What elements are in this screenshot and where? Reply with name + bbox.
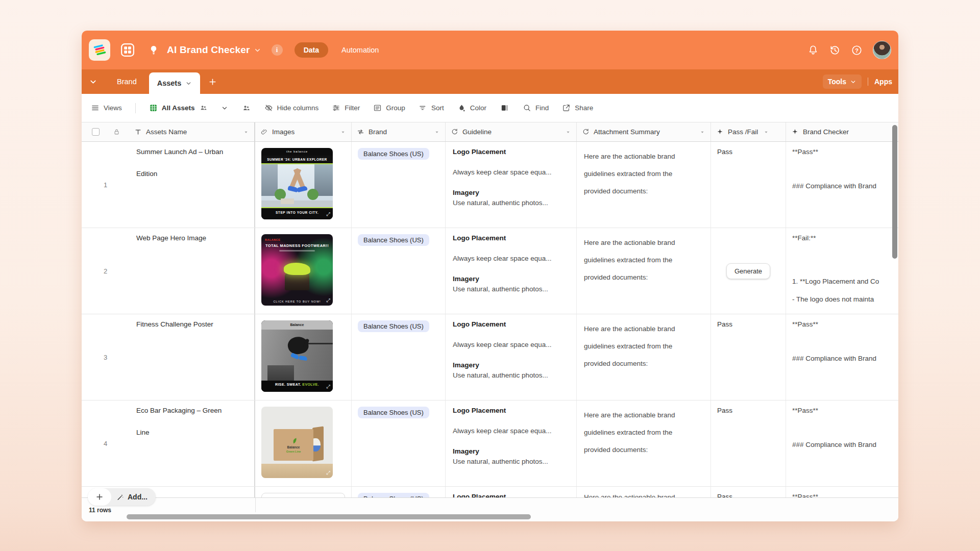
find-button[interactable]: Find <box>523 104 549 112</box>
cell-guideline[interactable]: Logo Placement Always keep clear space e… <box>446 400 577 486</box>
views-button[interactable]: Views <box>91 104 122 112</box>
column-header-guideline[interactable]: Guideline <box>446 122 577 141</box>
attachment-thumbnail[interactable]: BALANCE TOTAL MADNESS FOOTWEAR!! CLICK H… <box>261 234 333 306</box>
column-header-assets-name[interactable]: Assets Name <box>129 122 255 141</box>
tab-table-brand[interactable]: Brand <box>112 73 142 90</box>
share-view-collaborators-button[interactable] <box>241 104 251 112</box>
column-caret-icon[interactable] <box>565 129 571 135</box>
column-header-images[interactable]: Images <box>255 122 352 141</box>
base-title-chevron-icon[interactable] <box>254 46 261 54</box>
cell-attachment-summary[interactable]: Here are the actionable brand guidelines… <box>577 228 711 314</box>
column-header-attachment-summary[interactable]: Attachment Summary <box>577 122 711 141</box>
horizontal-scrollbar[interactable] <box>127 514 531 519</box>
select-all-checkbox[interactable] <box>92 128 100 136</box>
cell-assets-name[interactable]: Fitness Challenge Poster <box>129 314 255 400</box>
view-name-label: All Assets <box>162 104 195 112</box>
cell-images[interactable]: the balance SUMMER '24: URBAN EXPLORER S… <box>255 142 352 228</box>
airtable-logo-button[interactable] <box>89 39 110 61</box>
user-avatar[interactable] <box>873 41 891 59</box>
select-all-header[interactable] <box>82 122 129 141</box>
tab-table-assets[interactable]: Assets <box>149 72 201 94</box>
row-height-button[interactable] <box>500 104 509 112</box>
expand-attachment-icon[interactable]: ⤢ <box>326 297 330 304</box>
column-caret-icon[interactable] <box>763 129 769 135</box>
cell-guideline[interactable]: Logo Placement Always keep clear space e… <box>446 314 577 400</box>
cell-brand[interactable]: Balance Shoes (US) <box>352 487 446 498</box>
filter-button[interactable]: Filter <box>332 104 360 112</box>
cell-guideline[interactable]: Logo Placement Always keep clear space e… <box>446 228 577 314</box>
column-caret-icon[interactable] <box>243 129 249 135</box>
cell-images[interactable]: Balance Green Line ⤢ <box>255 400 352 486</box>
cell-pass-fail[interactable]: Pass <box>711 314 786 400</box>
cell-images[interactable]: Balance RISE. SWEAT. EVOLVE. ⤢ <box>255 314 352 400</box>
base-title[interactable]: AI Brand Checker <box>167 44 250 56</box>
column-header-pass-fail[interactable]: Pass /Fail <box>711 122 786 141</box>
cell-images[interactable]: BALANCE TOTAL MADNESS FOOTWEAR!! CLICK H… <box>255 228 352 314</box>
cell-brand[interactable]: Balance Shoes (US) <box>352 228 446 314</box>
column-caret-icon[interactable] <box>340 129 346 135</box>
cell-brand-checker[interactable]: **Fail:** 1. **Logo Placement and Co - T… <box>786 228 898 314</box>
hide-columns-button[interactable]: Hide columns <box>264 104 319 112</box>
leaf-icon <box>290 437 298 444</box>
cell-brand[interactable]: Balance Shoes (US) <box>352 314 446 400</box>
attachment-thumbnail[interactable] <box>261 493 345 498</box>
cell-guideline[interactable]: Logo Placement <box>446 487 577 498</box>
tools-label: Tools <box>828 78 846 86</box>
tools-button[interactable]: Tools <box>823 74 862 89</box>
expand-attachment-icon[interactable]: ⤢ <box>326 384 330 390</box>
cell-pass-fail[interactable]: Generate <box>711 228 786 314</box>
cell-attachment-summary[interactable]: Here are the actionable brand guidelines… <box>577 314 711 400</box>
app-switcher-button[interactable] <box>119 41 136 59</box>
cell-images[interactable] <box>255 487 352 498</box>
attachment-thumbnail[interactable]: the balance SUMMER '24: URBAN EXPLORER S… <box>261 148 333 219</box>
row-number[interactable]: 3 <box>82 314 129 400</box>
row-number[interactable]: 4 <box>82 400 129 486</box>
tab-data[interactable]: Data <box>295 42 328 58</box>
help-icon[interactable]: ? <box>851 44 863 56</box>
cell-pass-fail[interactable]: Pass <box>711 487 786 498</box>
view-switcher[interactable]: All Assets <box>149 104 228 112</box>
column-header-brand[interactable]: Brand <box>352 122 446 141</box>
attachment-thumbnail[interactable]: Balance RISE. SWEAT. EVOLVE. ⤢ <box>261 320 333 392</box>
sidebar-expand-chevron-icon[interactable] <box>89 78 97 86</box>
cell-brand-checker[interactable]: **Pass** <box>786 487 898 498</box>
add-table-button[interactable] <box>208 78 217 86</box>
cell-pass-fail[interactable]: Pass <box>711 400 786 486</box>
column-caret-icon[interactable] <box>434 129 440 135</box>
apps-button[interactable]: Apps <box>874 78 892 86</box>
history-icon[interactable] <box>829 44 841 56</box>
sync-icon <box>451 128 458 136</box>
plus-icon[interactable] <box>88 488 111 506</box>
cell-brand-checker[interactable]: **Pass** ### Compliance with Brand <box>786 314 898 400</box>
color-button[interactable]: Color <box>457 104 486 112</box>
cell-brand[interactable]: Balance Shoes (US) <box>352 400 446 486</box>
column-caret-icon[interactable] <box>699 129 705 135</box>
cell-brand[interactable]: Balance Shoes (US) <box>352 142 446 228</box>
cell-attachment-summary[interactable]: Here are the actionable brand guidelines… <box>577 142 711 228</box>
column-header-brand-checker[interactable]: Brand Checker <box>786 122 898 141</box>
vertical-scrollbar[interactable] <box>892 125 897 259</box>
base-info-icon[interactable]: i <box>272 44 283 56</box>
cell-guideline[interactable]: Logo Placement Always keep clear space e… <box>446 142 577 228</box>
cell-attachment-summary[interactable]: Here are the actionable brand <box>577 487 711 498</box>
sort-button[interactable]: Sort <box>419 104 444 112</box>
tab-automation[interactable]: Automation <box>341 46 379 54</box>
group-button[interactable]: Group <box>373 104 405 112</box>
assets-tab-chevron-icon[interactable] <box>185 80 192 87</box>
generate-button[interactable]: Generate <box>726 263 770 279</box>
attachment-thumbnail[interactable]: Balance Green Line ⤢ <box>261 407 333 478</box>
cell-brand-checker[interactable]: **Pass** ### Compliance with Brand <box>786 400 898 486</box>
cell-assets-name[interactable]: Web Page Hero Image <box>129 228 255 314</box>
cell-assets-name[interactable]: Eco Bar Packaging – GreenLine <box>129 400 255 486</box>
notifications-bell-icon[interactable] <box>807 44 819 56</box>
expand-attachment-icon[interactable]: ⤢ <box>326 211 330 217</box>
cell-attachment-summary[interactable]: Here are the actionable brand guidelines… <box>577 400 711 486</box>
row-number[interactable]: 1 <box>82 142 129 228</box>
row-number[interactable]: 2 <box>82 228 129 314</box>
share-view-button[interactable]: Share <box>562 104 593 112</box>
cell-assets-name[interactable]: Summer Launch Ad – UrbanEdition <box>129 142 255 228</box>
cell-pass-fail[interactable]: Pass <box>711 142 786 228</box>
expand-attachment-icon[interactable]: ⤢ <box>326 470 330 476</box>
add-record-button[interactable]: Add... <box>88 488 156 506</box>
cell-brand-checker[interactable]: **Pass** ### Compliance with Brand <box>786 142 898 228</box>
